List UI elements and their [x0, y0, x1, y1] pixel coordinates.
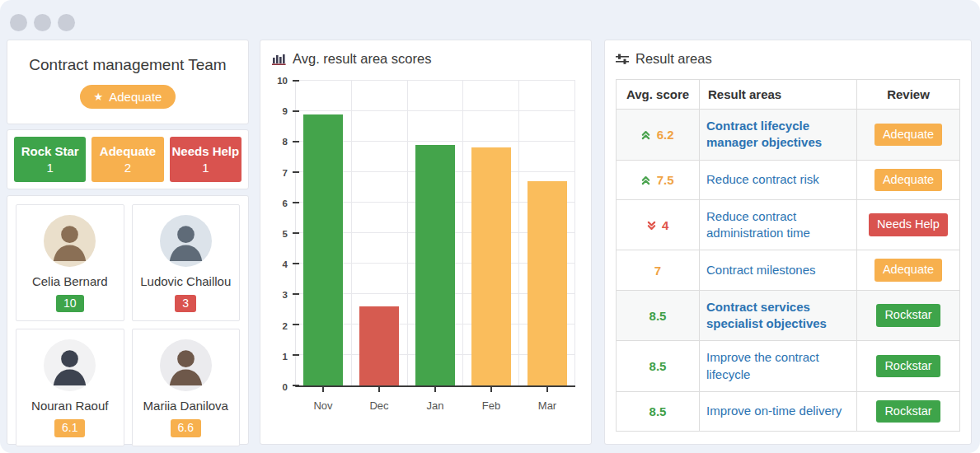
result-area-row: 7 Contract milestones Adequate — [617, 250, 960, 290]
result-area-cell: Contract lifecycle manager objectives — [700, 110, 857, 161]
chart-column — [408, 81, 464, 385]
avg-score-cell: 6.2 — [617, 110, 700, 161]
y-axis-label: 9 — [283, 106, 288, 116]
member-card[interactable]: Celia Bernard 10 — [16, 204, 124, 321]
stat-label: Rock Star — [21, 144, 79, 158]
result-area-link[interactable]: Reduce contract risk — [706, 171, 819, 188]
person-silhouette-icon — [160, 339, 212, 391]
review-cell: Rockstar — [857, 341, 960, 392]
team-rating-badge: ★ Adequate — [80, 85, 176, 109]
x-axis-tick — [378, 386, 380, 392]
review-badge: Rockstar — [876, 355, 940, 377]
member-score-badge: 10 — [56, 295, 84, 312]
result-area-cell: Reduce contract administration time — [700, 199, 857, 250]
window-control-dot[interactable] — [58, 14, 75, 31]
team-rating-label: Adequate — [109, 91, 162, 103]
member-card[interactable]: Mariia Danilova 6.6 — [132, 329, 241, 446]
result-area-row: 8.5 Contract services specialist objecti… — [617, 290, 960, 341]
member-name: Nouran Raouf — [31, 399, 108, 413]
x-axis-tick — [546, 386, 548, 392]
avg-score-value: 6.2 — [657, 128, 674, 142]
review-badge: Needs Help — [869, 213, 948, 236]
team-status-stat: Needs Help 1 — [170, 137, 241, 182]
avg-score-cell: 8.5 — [617, 341, 700, 392]
member-score-badge: 6.6 — [171, 419, 201, 437]
result-area-link[interactable]: Contract milestones — [706, 262, 816, 278]
result-areas-title: Result areas — [635, 51, 712, 67]
header-result-areas: Result areas — [700, 80, 857, 110]
result-area-link[interactable]: Contract services specialist objectives — [706, 299, 850, 333]
review-cell: Needs Help — [857, 199, 960, 250]
avatar — [160, 339, 212, 391]
result-area-row: 7.5 Reduce contract risk Adequate — [617, 160, 960, 199]
result-area-row: 8.5 Improve on-time delivery Rockstar — [617, 391, 960, 431]
team-status-stat: Rock Star 1 — [14, 137, 86, 182]
chart-plot-area — [295, 81, 575, 387]
result-area-row: 6.2 Contract lifecycle manager objective… — [617, 110, 960, 161]
review-badge: Adequate — [874, 169, 942, 191]
review-badge: Adequate — [874, 259, 942, 281]
y-axis-label: 4 — [283, 259, 288, 269]
team-header-card: Contract management Team ★ Adequate — [7, 40, 249, 124]
team-title: Contract management Team — [12, 56, 243, 74]
avg-score-value: 8.5 — [649, 359, 667, 373]
avg-score-value: 8.5 — [649, 404, 667, 418]
chart-bar-mar — [528, 181, 567, 385]
chart-panel-title: Avg. result area scores — [272, 51, 579, 67]
team-stats-card: Rock Star 1 Adequate 2 Needs Help 1 — [7, 129, 249, 189]
member-card[interactable]: Ludovic Chaillou 3 — [132, 204, 241, 321]
y-axis-label: 5 — [283, 229, 288, 239]
chart-bar-jan — [415, 145, 455, 385]
window-control-dot[interactable] — [34, 14, 51, 31]
x-axis-label: Dec — [351, 392, 407, 410]
x-axis-label: Mar — [519, 392, 575, 410]
result-area-link[interactable]: Improve the contract lifecycle — [706, 349, 850, 383]
avatar — [160, 215, 212, 267]
member-card[interactable]: Nouran Raouf 6.1 — [16, 329, 124, 446]
trend-icon — [641, 173, 650, 187]
window-controls — [10, 14, 75, 31]
header-review: Review — [857, 80, 960, 110]
x-axis-tick — [434, 386, 436, 392]
result-area-cell: Contract services specialist objectives — [700, 290, 857, 341]
avg-score-value: 7 — [654, 264, 661, 278]
avg-score-value: 8.5 — [649, 309, 667, 323]
stat-label: Needs Help — [171, 144, 239, 158]
x-axis-tick — [490, 386, 492, 392]
person-silhouette-icon — [44, 339, 96, 391]
chart-y-axis: 012345678910 — [272, 81, 295, 387]
y-axis-label: 6 — [283, 198, 288, 208]
result-area-link[interactable]: Contract lifecycle manager objectives — [706, 118, 850, 152]
member-score-badge: 3 — [175, 295, 196, 312]
chart-title: Avg. result area scores — [293, 51, 431, 67]
avg-score-cell: 7.5 — [617, 160, 700, 199]
avg-score-cell: 7 — [617, 250, 700, 290]
chart-bar-dec — [359, 306, 399, 385]
review-cell: Adequate — [857, 250, 960, 290]
team-status-stat: Adequate 2 — [91, 137, 163, 182]
y-axis-label: 2 — [283, 321, 288, 331]
result-area-row: 8.5 Improve the contract lifecycle Rocks… — [617, 341, 960, 392]
chart-x-axis: NovDecJanFebMar — [295, 392, 575, 410]
bar-chart: 012345678910 NovDecJanFebMar — [272, 81, 579, 410]
result-area-link[interactable]: Reduce contract administration time — [706, 208, 850, 242]
avg-scores-chart-panel: Avg. result area scores 012345678910 Nov… — [260, 40, 592, 445]
review-cell: Adequate — [857, 160, 960, 199]
window-control-dot[interactable] — [10, 14, 27, 31]
y-axis-label: 8 — [283, 137, 288, 147]
result-area-link[interactable]: Improve on-time delivery — [706, 403, 842, 419]
chart-column — [463, 81, 519, 385]
avg-score-value: 4 — [662, 218, 668, 232]
review-cell: Rockstar — [857, 391, 960, 431]
review-cell: Adequate — [857, 110, 960, 161]
avg-score-cell: 4 — [617, 199, 700, 250]
y-axis-label: 10 — [277, 76, 288, 86]
result-area-cell: Improve the contract lifecycle — [700, 341, 857, 392]
review-badge: Rockstar — [876, 400, 940, 423]
stat-count: 2 — [124, 161, 131, 175]
member-name: Mariia Danilova — [143, 399, 228, 413]
result-area-cell: Reduce contract risk — [700, 160, 857, 199]
trend-icon — [641, 128, 650, 142]
person-silhouette-icon — [44, 215, 96, 267]
review-cell: Rockstar — [857, 290, 960, 341]
